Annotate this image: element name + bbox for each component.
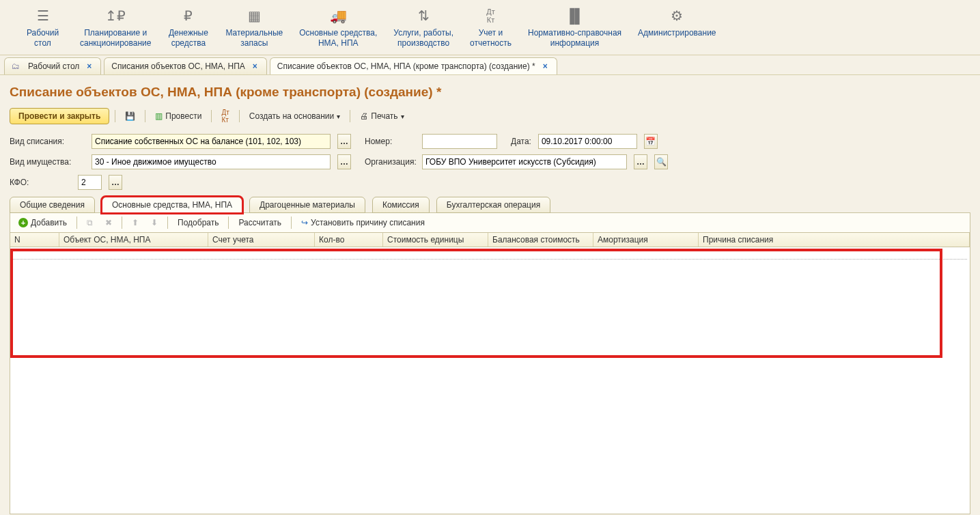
nav-planning[interactable]: ↥₽ Планирование исанкционирование [72, 3, 159, 51]
table-toolbar: + Добавить ⧉ ✖ ⬆ ⬇ Подобрать Рассчитать … [10, 212, 970, 232]
up-arrow-icon: ⬆ [132, 218, 139, 227]
delete-icon: ✖ [105, 218, 112, 227]
tab-accounting-op[interactable]: Бухгалтерская операция [436, 197, 550, 213]
dtkt-button[interactable]: ДтКт [217, 107, 233, 126]
print-button[interactable]: 🖨 Печать [356, 109, 408, 123]
sliders-icon: ⇅ [418, 6, 430, 25]
save-button[interactable]: 💾 [121, 109, 139, 123]
ellipsis-button[interactable]: … [634, 154, 647, 169]
arrow-right-icon: ↪ [301, 218, 308, 227]
form-fields: Вид списания: … Номер: Дата: 📅 Вид имуще… [10, 134, 970, 197]
post-and-close-button[interactable]: Провести и закрыть [10, 108, 109, 124]
down-arrow-icon: ⬇ [151, 218, 158, 227]
list-icon: ☰ [37, 6, 49, 25]
date-input[interactable] [538, 134, 637, 149]
col-depreciation[interactable]: Амортизация [593, 233, 699, 247]
kfo-label: КФО: [10, 178, 71, 187]
calendar-button[interactable]: 📅 [644, 134, 658, 149]
move-up-button[interactable]: ⬆ [128, 216, 143, 229]
nav-desktop[interactable]: ☰ Рабочийстол [14, 3, 72, 51]
planning-icon: ↥₽ [105, 6, 126, 25]
copy-button[interactable]: ⧉ [83, 216, 97, 229]
tab-label: Списание объектов ОС, НМА, НПА (кроме тр… [277, 61, 535, 71]
ellipsis-button[interactable]: … [337, 154, 351, 169]
vid-imushestva-label: Вид имущества: [10, 157, 85, 167]
home-icon: 🗂 [12, 61, 20, 71]
col-balance-cost[interactable]: Балансовая стоимость [488, 233, 593, 247]
page-tabs: 🗂 Рабочий стол × Списания объектов ОС, Н… [0, 55, 980, 75]
col-qty[interactable]: Кол-во [315, 233, 383, 247]
add-button[interactable]: + Добавить [14, 216, 71, 229]
ellipsis-button[interactable]: … [337, 134, 351, 149]
calendar-icon: 📅 [645, 137, 656, 146]
date-label: Дата: [504, 137, 531, 146]
post-label: Провести [165, 111, 201, 121]
nav-admin[interactable]: ⚙ Администрирование [630, 3, 724, 51]
nav-label: Нормативно-справочнаяинформация [528, 28, 621, 48]
page-tab-list[interactable]: Списания объектов ОС, НМА, НПА × [104, 57, 266, 74]
inner-tabs: Общие сведения Основные средства, НМА, Н… [10, 197, 970, 213]
tab-precious[interactable]: Драгоценные материалы [249, 197, 365, 213]
select-button[interactable]: Подобрать [173, 216, 223, 229]
ruble-icon: ₽ [184, 6, 193, 25]
tab-commission[interactable]: Комиссия [372, 197, 430, 213]
tab-fixed-assets[interactable]: Основные средства, НМА, НПА [102, 197, 242, 213]
vid-spisaniya-label: Вид списания: [10, 137, 85, 146]
magnifier-icon: 🔍 [656, 157, 667, 167]
grid-header: N Объект ОС, НМА, НПА Счет учета Кол-во … [10, 233, 970, 247]
nav-accounting[interactable]: ДтКт Учет иотчетность [462, 3, 520, 51]
nav-label: Планирование исанкционирование [80, 28, 151, 48]
delete-button[interactable]: ✖ [101, 216, 116, 229]
copy-icon: ⧉ [87, 218, 93, 227]
dtkt-icon: ДтКт [221, 109, 229, 124]
nav-money[interactable]: ₽ Денежныесредства [159, 3, 217, 51]
nav-label: Основные средства,НМА, НПА [299, 28, 377, 48]
col-unit-cost[interactable]: Стоимость единицы [383, 233, 488, 247]
tab-general[interactable]: Общие сведения [10, 197, 95, 213]
print-label: Печать [371, 111, 397, 121]
close-icon[interactable]: × [541, 61, 550, 71]
grid-body[interactable] [10, 247, 970, 514]
nav-materials[interactable]: ▦ Материальныезапасы [217, 3, 291, 51]
calc-button[interactable]: Рассчитать [234, 216, 285, 229]
search-button[interactable]: 🔍 [654, 154, 668, 169]
col-n[interactable]: N [10, 233, 59, 247]
col-object[interactable]: Объект ОС, НМА, НПА [59, 233, 208, 247]
nomer-label: Номер: [358, 137, 415, 146]
tab-label: Списания объектов ОС, НМА, НПА [111, 61, 244, 71]
create-based-label: Создать на основании [249, 111, 335, 121]
grid-icon: ▦ [248, 6, 261, 25]
nomer-input[interactable] [422, 134, 497, 149]
org-input[interactable] [422, 154, 627, 169]
annotation-highlight [10, 249, 942, 358]
ellipsis-button[interactable]: … [109, 175, 122, 190]
nav-label: Услуги, работы,производство [393, 28, 453, 48]
nav-label: Денежныесредства [169, 28, 208, 48]
close-icon[interactable]: × [85, 61, 94, 71]
page-tab-desktop[interactable]: 🗂 Рабочий стол × [4, 57, 101, 74]
floppy-icon: 💾 [125, 111, 135, 121]
top-nav: ☰ Рабочийстол ↥₽ Планирование исанкциони… [0, 0, 980, 55]
post-button[interactable]: ▥ Провести [151, 109, 206, 123]
move-down-button[interactable]: ⬇ [147, 216, 162, 229]
page-tab-document[interactable]: Списание объектов ОС, НМА, НПА (кроме тр… [270, 57, 557, 74]
tab-label: Рабочий стол [28, 61, 79, 71]
set-reason-button[interactable]: ↪ Установить причину списания [297, 216, 429, 229]
vid-spisaniya-input[interactable] [92, 134, 331, 149]
post-icon: ▥ [155, 111, 163, 121]
create-based-button[interactable]: Создать на основании [245, 109, 345, 123]
data-grid: N Объект ОС, НМА, НПА Счет учета Кол-во … [10, 232, 970, 514]
add-label: Добавить [31, 218, 67, 227]
nav-fixed-assets[interactable]: 🚚 Основные средства,НМА, НПА [291, 3, 385, 51]
close-icon[interactable]: × [251, 61, 260, 71]
books-icon: ▐▌ [565, 6, 584, 25]
col-reason[interactable]: Причина списания [699, 233, 970, 247]
nav-services[interactable]: ⇅ Услуги, работы,производство [385, 3, 462, 51]
nav-reference[interactable]: ▐▌ Нормативно-справочнаяинформация [520, 3, 630, 51]
nav-label: Учет иотчетность [470, 28, 512, 48]
nav-label: Рабочийстол [27, 28, 59, 48]
nav-label: Материальныезапасы [225, 28, 283, 48]
kfo-input[interactable] [78, 175, 102, 190]
vid-imushestva-input[interactable] [92, 154, 331, 169]
col-account[interactable]: Счет учета [208, 233, 315, 247]
